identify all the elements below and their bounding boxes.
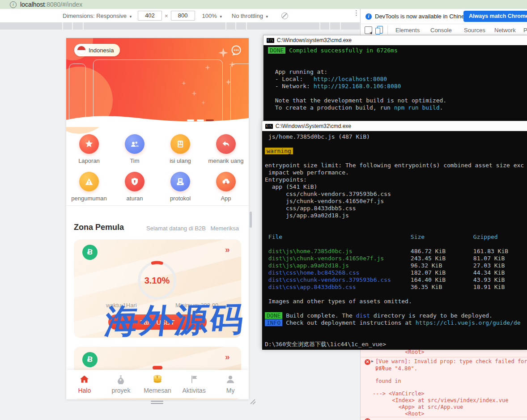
protocol-icon (170, 172, 190, 191)
throttling-select[interactable]: No throttling▼ (232, 13, 269, 19)
section-action[interactable]: Memeriksa (210, 225, 239, 232)
coin-icon: Ƀ (81, 244, 98, 261)
device-toolbar-icon[interactable] (377, 26, 383, 34)
terminal-titlebar[interactable]: C:\ C:\Windows\System32\cmd.exe (262, 121, 527, 131)
notification-text: DevTools is now available in Chinese! (375, 13, 472, 20)
dimensions-times: × (165, 13, 168, 19)
error-found-in: found in (375, 378, 401, 384)
nav-item-my[interactable]: My (212, 370, 249, 398)
country-selector[interactable]: Indonesia (74, 44, 120, 56)
terminal-titlebar[interactable]: C:\ C:\Windows\system32\cmd.exe (264, 35, 527, 45)
page-info-icon[interactable]: i (10, 1, 17, 8)
error-icon: ✕ (365, 418, 370, 420)
country-label: Indonesia (89, 47, 114, 54)
flag-icon (189, 374, 199, 386)
grid-item[interactable]: aturan (112, 168, 157, 205)
terminal-window-1[interactable]: C:\ C:\Windows\system32\cmd.exe DONE Com… (263, 35, 527, 121)
coin-icon: Ƀ (81, 351, 98, 368)
money-bag-icon: ¥ (116, 374, 126, 386)
error-message-2: value "4.80". (375, 365, 417, 372)
grid-item[interactable]: App (203, 168, 249, 205)
cmd-icon: C:\ (265, 124, 273, 129)
terminal-output: DONE Compiled successfully in 6726ms App… (264, 45, 527, 122)
bookmarks-bar (0, 22, 360, 30)
tab-performance[interactable]: Perf (523, 27, 527, 34)
viewport-resize-handle[interactable] (249, 398, 256, 405)
chevron-down-icon: ▼ (219, 15, 223, 19)
cmd-icon: C:\ (267, 38, 274, 43)
viewport-width-input[interactable]: 402 (138, 11, 162, 21)
chat-icon[interactable] (230, 44, 242, 57)
grid-item[interactable]: protokol (157, 168, 203, 205)
nav-item-proyek[interactable]: ¥proyek (103, 370, 140, 398)
grid-item[interactable]: pengumuman (66, 168, 112, 205)
error-icon: ✕ (365, 359, 370, 365)
grid-item-label: Tim (130, 157, 139, 164)
nav-item-label: Memesan (144, 387, 171, 394)
toolbar-menu-icon[interactable]: ⋮ (353, 12, 360, 14)
tab-network[interactable]: Network (494, 27, 516, 34)
tab-console[interactable]: Console (430, 27, 452, 34)
grid-item-label: isi ulang (170, 157, 191, 164)
sparkle-icon (229, 61, 235, 68)
team-icon (125, 134, 144, 154)
svg-text:$: $ (178, 141, 180, 145)
nav-item-label: Aktivitas (183, 387, 206, 394)
app-download-icon (216, 172, 236, 191)
zoom-select[interactable]: 100%▼ (202, 13, 223, 19)
double-chevron-icon[interactable]: » (225, 352, 230, 362)
grid-item[interactable]: Tim (112, 130, 157, 168)
terminal-title: C:\Windows\System32\cmd.exe (276, 123, 351, 129)
terminal-title: C:\Windows\system32\cmd.exe (277, 37, 352, 43)
grid-item-label: App (221, 195, 231, 202)
expand-triangle-icon[interactable]: ▶ (371, 359, 374, 363)
console-stack-line: <Index> at src/views/index/index.vue (373, 397, 508, 404)
star-icon (79, 134, 99, 154)
grid-item-label: menarik uang (208, 157, 244, 164)
topup-icon: $ (170, 134, 190, 154)
device-toolbar: Dimensions: Responsive▼ 402 × 800 100%▼ … (0, 9, 360, 23)
tab-elements[interactable]: Elements (395, 27, 420, 34)
responsive-viewport: Indonesia LaporanTim$isi ulangmenarik ua… (66, 38, 249, 399)
grid-item-label: Laporan (78, 157, 100, 164)
indonesia-flag-icon (77, 46, 86, 55)
console-stack-line: <App> at src/App.vue (373, 404, 508, 411)
info-icon: i (366, 13, 372, 20)
grid-item-label: pengumuman (71, 195, 107, 202)
devtools-notification: i DevTools is now available in Chinese! … (361, 9, 527, 24)
sparkle-icon (201, 101, 205, 105)
watermark-text: 海外源码 (103, 302, 251, 338)
double-chevron-icon[interactable]: » (225, 245, 230, 255)
sparkle-icon (225, 79, 231, 85)
grid-item[interactable]: $isi ulang (157, 130, 203, 168)
grid-item[interactable]: Laporan (66, 130, 112, 168)
viewport-height-input[interactable]: 800 (171, 11, 195, 21)
section-title: Zona Pemula (74, 223, 124, 232)
viewport-scrollbar[interactable] (250, 212, 252, 228)
nav-item-aktivitas[interactable]: Aktivitas (176, 370, 212, 398)
bottom-navigation: Halo¥proyek$MemesanAktivitasMy (66, 370, 249, 398)
nav-item-halo[interactable]: Halo (66, 370, 103, 398)
nav-item-memesan[interactable]: $Memesan (139, 370, 176, 398)
dimensions-select[interactable]: Dimensions: Responsive▼ (63, 13, 132, 19)
console-stack-line: <Root> (373, 349, 527, 356)
tab-sources[interactable]: Sources (464, 27, 485, 34)
terminal-window-2[interactable]: C:\ C:\Windows\System32\cmd.exe js/home.… (262, 121, 527, 348)
viewport-drag-handle[interactable] (151, 401, 163, 405)
section-subtitle: Selamat datang di B2B (146, 225, 206, 232)
grid-item[interactable]: menarik uang (203, 130, 249, 168)
inspect-icon[interactable] (365, 26, 372, 34)
console-next-error: ✕ (361, 417, 527, 420)
block-icon[interactable] (281, 13, 288, 19)
withdraw-icon (216, 134, 236, 154)
svg-text:$: $ (157, 375, 158, 379)
console-stack-line: <Root> (373, 411, 508, 417)
match-language-button[interactable]: Always match Chrome's la (463, 11, 527, 22)
url-host: localhost (20, 1, 45, 8)
announcement-icon (79, 172, 99, 191)
terminal-output: js/home.7385d0bc.js (487 KiB)warningentr… (262, 131, 527, 350)
browser-url-bar[interactable]: i localhost:8080/#/index (0, 0, 527, 9)
app-header-banner: Indonesia (66, 38, 249, 127)
console-error: ✕ ▶ [Vue warn]: Invalid prop: type check… (361, 357, 527, 417)
sparkle-icon (218, 48, 228, 58)
